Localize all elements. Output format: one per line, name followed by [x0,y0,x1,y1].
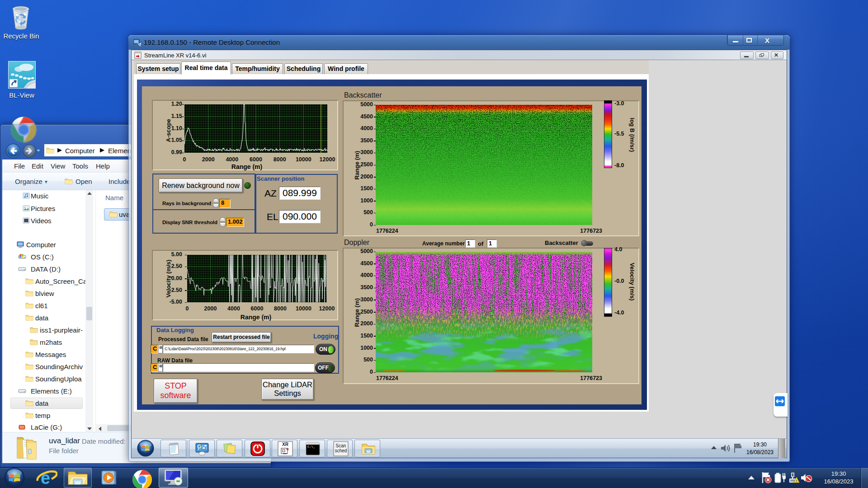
svg-text:XR: XR [282,442,289,447]
svg-text:!: ! [796,479,797,483]
svg-text:C:\_: C:\_ [307,445,316,449]
svg-text:sched: sched [335,448,347,453]
svg-text:Scan: Scan [336,443,346,448]
